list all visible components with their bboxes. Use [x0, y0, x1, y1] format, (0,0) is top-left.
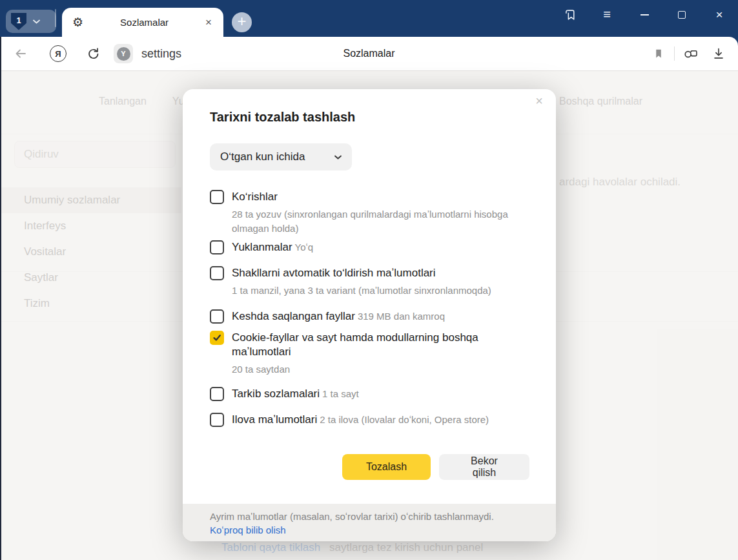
item-label: Yuklanmalar [232, 241, 292, 253]
checkbox-kesh[interactable] [210, 309, 224, 324]
address-bar-url[interactable]: settings [141, 47, 181, 61]
period-dropdown[interactable]: Oʻtgan kun ichida [210, 143, 352, 171]
item-meta: 319 MB dan kamroq [358, 311, 445, 322]
window-left-edge [0, 37, 1, 560]
sidebar-item-tizim[interactable]: Tizim [0, 291, 181, 316]
yandex-letter-icon: Я [55, 49, 61, 59]
item-label: Shakllarni avtomatik toʻldirish maʼlumot… [232, 267, 436, 279]
checkbox-korishlar[interactable] [210, 190, 224, 204]
collections-key-icon[interactable] [677, 41, 703, 67]
clear-button[interactable]: Tozalash [342, 454, 431, 480]
list-item: Tarkib sozlamalari1 ta sayt [210, 387, 530, 401]
chevron-down-icon [33, 19, 40, 24]
tab-sozlamalar[interactable]: ⚙ Sozlamalar × [62, 8, 223, 37]
dialog-title: Tarixni tozalab tashlash [210, 110, 355, 125]
sidebar-item-interfeys[interactable]: Interfeys [0, 213, 181, 239]
checkbox-shakllar[interactable] [210, 266, 224, 280]
item-label: Cookie-fayllar va sayt hamda modullarnin… [232, 331, 478, 358]
tab-counter-button[interactable]: 1 [6, 10, 56, 33]
bookmark-button[interactable] [646, 41, 671, 67]
yandex-home-button[interactable]: Я [46, 45, 70, 62]
tab-title: Sozlamalar [83, 17, 205, 28]
toolbar: Я Y settings Sozlamalar [0, 37, 738, 71]
settings-text-fragment: ardagi havolalar ochiladi. [559, 176, 681, 189]
item-label: Ilova maʼlumotlari [232, 413, 317, 426]
settings-search-input[interactable] [14, 141, 176, 168]
titlebar-divider [55, 9, 56, 27]
plus-icon: + [237, 12, 246, 30]
settings-sidebar: Umumiy sozlamalar Interfeys Vositalar Sa… [0, 187, 181, 316]
tab-close-icon[interactable]: × [205, 16, 212, 29]
list-item: Ilova maʼlumotlari2 ta ilova (Ilovalar d… [210, 413, 530, 427]
checkbox-tarkib[interactable] [210, 387, 224, 401]
maximize-icon [678, 11, 686, 19]
protect-badge[interactable]: Y [114, 44, 133, 63]
tablo-restore-link[interactable]: Tabloni qayta tiklash [221, 541, 320, 554]
learn-more-link[interactable]: Koʻproq bilib olish [210, 523, 286, 537]
item-label: Koʻrishlar [232, 191, 278, 203]
item-detail: 1 ta manzil, yana 3 ta variant (maʼlumot… [232, 284, 530, 298]
item-meta: 2 ta ilova (Ilovalar doʻkoni, Opera stor… [320, 414, 489, 425]
tablo-restore-row: Tabloni qayta tiklash saytlarga tez kiri… [221, 541, 483, 554]
protect-y-icon: Y [121, 50, 125, 57]
list-item: Koʻrishlar 28 ta yozuv (sinxronlangan qu… [210, 190, 530, 236]
footer-note: Ayrim maʼlumotlar (masalan, soʻrovlar ta… [210, 510, 556, 523]
settings-gear-icon: ⚙ [72, 15, 83, 30]
list-item: YuklanmalarYoʻq [210, 240, 530, 254]
checkbox-yuklanmalar[interactable] [210, 240, 224, 254]
dialog-footer: Ayrim maʼlumotlar (masalan, soʻrovlar ta… [183, 504, 556, 541]
nav-boshqa-qurilmalar[interactable]: Boshqa qurilmalar [559, 96, 642, 107]
titlebar: 1 ⚙ Sozlamalar × + ≡ × [0, 0, 738, 37]
item-label: Tarkib sozlamalari [232, 388, 320, 400]
tablo-restore-description: saytlarga tez kirish uchun panel [329, 541, 483, 554]
close-icon: × [715, 8, 723, 22]
sidebar-item-saytlar[interactable]: Saytlar [0, 265, 181, 291]
refresh-button[interactable] [81, 47, 105, 61]
nav-tanlangan[interactable]: Tanlangan [99, 96, 147, 107]
chevron-down-icon [334, 155, 342, 160]
hamburger-menu-icon: ≡ [603, 7, 611, 22]
window-close-button[interactable]: × [701, 0, 738, 29]
clear-history-dialog: × Tarixni tozalab tashlash Oʻtgan kun ic… [183, 89, 556, 541]
back-button[interactable] [9, 46, 32, 61]
toolbar-divider [674, 47, 675, 61]
tab-count-shield-icon: 1 [11, 13, 26, 30]
item-meta: Yoʻq [295, 242, 314, 253]
item-label: Keshda saqlangan fayllar [232, 310, 355, 322]
downloads-button[interactable] [706, 41, 732, 67]
dialog-close-icon[interactable]: × [531, 93, 547, 109]
item-meta: 1 ta sayt [322, 388, 359, 399]
list-item: Shakllarni avtomatik toʻldirish maʼlumot… [210, 266, 530, 298]
sidebar-item-vositalar[interactable]: Vositalar [0, 239, 181, 265]
period-dropdown-value: Oʻtgan kun ichida [220, 150, 334, 163]
checkbox-ilova[interactable] [210, 413, 224, 427]
new-tab-button[interactable]: + [232, 12, 252, 32]
minimize-icon [641, 14, 649, 16]
window-minimize-button[interactable] [626, 0, 663, 29]
item-detail: 28 ta yozuv (sinxronlangan qurilmalardag… [232, 207, 530, 236]
list-item: Keshda saqlangan fayllar319 MB dan kamro… [210, 309, 530, 324]
item-detail: 20 ta saytdan [232, 362, 530, 377]
window-maximize-button[interactable] [663, 0, 701, 29]
checkbox-cookie[interactable] [210, 331, 224, 345]
cancel-button[interactable]: Bekor qilish [439, 454, 529, 480]
list-item: Cookie-fayllar va sayt hamda modullarnin… [210, 331, 530, 377]
tab-count: 1 [16, 16, 21, 25]
sidebar-item-umumiy-sozlamalar[interactable]: Umumiy sozlamalar [0, 187, 181, 213]
menu-button[interactable]: ≡ [588, 0, 626, 29]
address-bar-page-title: Sozlamalar [0, 48, 738, 59]
sidebar-panel-icon[interactable] [551, 0, 588, 29]
history-items-list: Koʻrishlar 28 ta yozuv (sinxronlangan qu… [210, 190, 530, 427]
